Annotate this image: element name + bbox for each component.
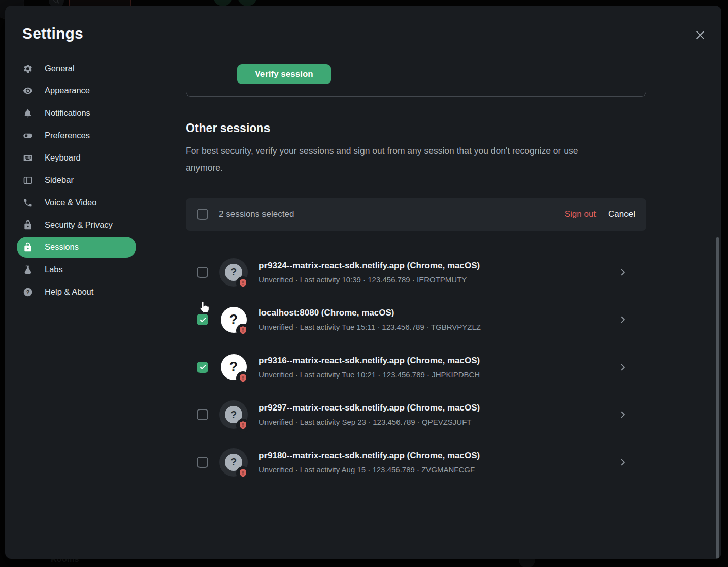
settings-sidebar: General Appearance Notifications Prefere… — [17, 58, 136, 302]
unverified-shield-icon — [236, 371, 250, 385]
phone-icon — [23, 198, 33, 208]
sidebar-item-label: General — [45, 64, 75, 73]
sidebar-item-label: Sidebar — [45, 175, 74, 185]
help-icon: ? — [23, 287, 33, 297]
chevron-right-icon[interactable] — [618, 268, 627, 277]
selection-bar: 2 sessions selected Sign out Cancel — [186, 198, 646, 231]
session-checkbox[interactable] — [197, 362, 208, 373]
sidebar-item-label: Preferences — [45, 131, 90, 140]
sidebar-item-sidebar[interactable]: Sidebar — [17, 170, 136, 191]
sidebar-item-general[interactable]: General — [17, 58, 136, 79]
session-name: localhost:8080 (Chrome, macOS) — [259, 308, 618, 318]
session-avatar: ? — [219, 448, 248, 477]
sidebar-item-label: Voice & Video — [45, 198, 96, 207]
sessions-list: ? pr9324--matrix-react-sdk.netlify.app (… — [186, 253, 646, 481]
sidebar-item-label: Keyboard — [45, 153, 81, 163]
sidebar-item-appearance[interactable]: Appearance — [17, 80, 136, 101]
session-checkbox[interactable] — [197, 314, 208, 325]
sidebar-item-labs[interactable]: Labs — [17, 259, 136, 280]
verify-session-button[interactable]: Verify session — [237, 64, 331, 84]
eye-icon — [23, 86, 33, 96]
settings-dialog: Settings General Appearance Notification… — [5, 6, 721, 559]
vertical-scrollbar[interactable] — [716, 237, 719, 559]
unverified-shield-icon — [236, 324, 250, 337]
chevron-right-icon[interactable] — [618, 363, 627, 372]
session-row[interactable]: ? pr9316--matrix-react-sdk.netlify.app (… — [186, 348, 646, 386]
layout-icon — [23, 175, 33, 185]
session-name: pr9180--matrix-react-sdk.netlify.app (Ch… — [259, 451, 618, 461]
unverified-shield-icon — [236, 419, 250, 432]
cancel-button[interactable]: Cancel — [608, 209, 635, 219]
session-details: Unverified · Last activity Tue 15:11 · 1… — [259, 323, 618, 331]
sidebar-item-label: Appearance — [45, 86, 90, 96]
session-details: Unverified · Last activity 10:39 · 123.4… — [259, 275, 618, 284]
session-row[interactable]: ? pr9180--matrix-react-sdk.netlify.app (… — [186, 443, 646, 481]
sidebar-item-preferences[interactable]: Preferences — [17, 125, 136, 146]
sign-out-button[interactable]: Sign out — [565, 209, 596, 219]
chevron-right-icon[interactable] — [618, 315, 627, 324]
sidebar-item-sessions[interactable]: Sessions — [17, 237, 136, 258]
close-button[interactable] — [690, 26, 710, 46]
chevron-right-icon[interactable] — [618, 458, 627, 467]
other-sessions-heading: Other sessions — [186, 121, 270, 135]
toggle-icon — [23, 131, 33, 141]
session-name: pr9324--matrix-react-sdk.netlify.app (Ch… — [259, 261, 618, 271]
session-avatar: ? — [219, 400, 248, 429]
flask-icon — [23, 265, 33, 275]
session-details: Unverified · Last activity Aug 15 · 123.… — [259, 465, 618, 474]
unverified-shield-icon — [236, 466, 250, 480]
close-icon — [694, 29, 706, 43]
current-session-card: Verify session — [186, 54, 646, 97]
sidebar-item-label: Labs — [45, 265, 63, 274]
settings-main-panel: Verify session Other sessions For best s… — [186, 6, 646, 559]
gear-icon — [23, 64, 33, 74]
session-checkbox[interactable] — [197, 457, 208, 468]
sidebar-item-security-privacy[interactable]: Security & Privacy — [17, 214, 136, 235]
lock-icon — [23, 242, 33, 253]
session-checkbox[interactable] — [197, 409, 208, 420]
sidebar-item-label: Sessions — [45, 242, 79, 252]
select-all-checkbox[interactable] — [197, 209, 208, 220]
session-details: Unverified · Last activity Sep 23 · 123.… — [259, 418, 618, 426]
sidebar-item-voice-video[interactable]: Voice & Video — [17, 192, 136, 213]
unverified-shield-icon — [236, 276, 250, 290]
session-name: pr9316--matrix-react-sdk.netlify.app (Ch… — [259, 356, 618, 366]
bell-icon — [23, 108, 33, 118]
lock-icon — [23, 220, 33, 230]
session-avatar: ? — [219, 258, 248, 287]
chevron-right-icon[interactable] — [618, 410, 627, 419]
session-details: Unverified · Last activity Tue 10:21 · 1… — [259, 370, 618, 379]
sidebar-item-help-about[interactable]: ? Help & About — [17, 281, 136, 302]
svg-text:?: ? — [26, 289, 30, 295]
session-row[interactable]: ? localhost:8080 (Chrome, macOS) Unverif… — [186, 301, 646, 339]
sidebar-item-label: Security & Privacy — [45, 220, 113, 230]
sidebar-item-keyboard[interactable]: Keyboard — [17, 147, 136, 168]
other-sessions-description: For best security, verify your sessions … — [186, 143, 607, 176]
session-checkbox[interactable] — [197, 267, 208, 278]
sidebar-item-label: Help & About — [45, 287, 93, 297]
session-name: pr9297--matrix-react-sdk.netlify.app (Ch… — [259, 403, 618, 413]
session-row[interactable]: ? pr9324--matrix-react-sdk.netlify.app (… — [186, 253, 646, 291]
session-avatar: ? — [219, 353, 248, 382]
sidebar-item-label: Notifications — [45, 108, 90, 118]
dialog-title: Settings — [22, 25, 83, 42]
session-avatar: ? — [219, 305, 248, 334]
selection-status: 2 sessions selected — [219, 209, 565, 219]
session-row[interactable]: ? pr9297--matrix-react-sdk.netlify.app (… — [186, 396, 646, 434]
sidebar-item-notifications[interactable]: Notifications — [17, 103, 136, 123]
keyboard-icon — [23, 153, 33, 163]
